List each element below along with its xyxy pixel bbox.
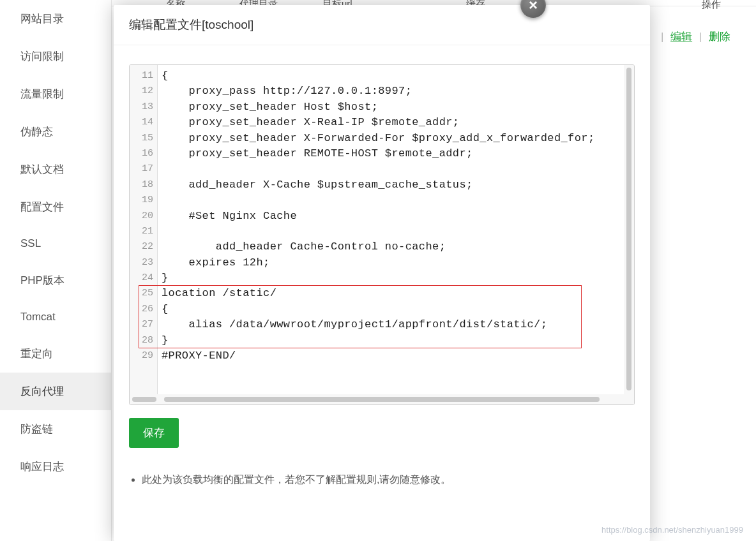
hscroll-thumb-gutter[interactable] [132,397,156,402]
code-area[interactable]: { proxy_pass http://127.0.0.1:8997; prox… [158,65,634,404]
code-editor[interactable]: 11121314151617181920212223242526272829 {… [129,64,635,405]
sidebar-item-12[interactable]: 响应日志 [0,448,111,485]
vscroll-thumb[interactable] [626,68,631,390]
code-line[interactable] [162,161,634,177]
code-line[interactable]: { [162,302,634,317]
line-number: 27 [130,317,157,332]
delete-link[interactable]: 删除 [709,31,730,43]
sidebar-item-7[interactable]: PHP版本 [0,262,111,299]
code-line[interactable]: proxy_set_header Host $host; [162,100,634,115]
sidebar-item-3[interactable]: 伪静态 [0,113,111,151]
code-line[interactable]: proxy_set_header X-Forwarded-For $proxy_… [162,131,634,146]
code-line[interactable]: add_header Cache-Control no-cache; [162,239,634,255]
vscroll[interactable] [624,65,634,404]
sidebar-item-2[interactable]: 流量限制 [0,75,111,113]
line-number: 22 [130,239,157,255]
close-icon: × [529,0,538,14]
line-number: 26 [130,302,157,317]
hscroll[interactable] [130,394,634,404]
sidebar-item-8[interactable]: Tomcat [0,299,111,335]
line-number: 16 [130,146,157,161]
code-line[interactable]: { [162,68,634,84]
sidebar-item-0[interactable]: 网站目录 [0,0,111,38]
line-number: 11 [130,68,157,84]
line-gutter: 11121314151617181920212223242526272829 [130,65,158,404]
line-number: 24 [130,270,157,286]
sidebar-item-4[interactable]: 默认文档 [0,151,111,188]
code-line[interactable] [162,224,634,239]
sidebar-item-9[interactable]: 重定向 [0,335,111,373]
line-number: 19 [130,193,157,208]
code-line[interactable]: #Set Nginx Cache [162,209,634,224]
code-line[interactable]: proxy_pass http://127.0.0.1:8997; [162,84,634,99]
line-number: 14 [130,115,157,130]
line-number: 13 [130,100,157,115]
code-line[interactable]: } [162,333,634,348]
sidebar-item-6[interactable]: SSL [0,226,111,262]
sidebar-item-11[interactable]: 防盗链 [0,410,111,448]
edit-config-modal: 编辑配置文件[toschool] 11121314151617181920212… [114,5,650,541]
sidebar: 网站目录访问限制流量限制伪静态默认文档配置文件SSLPHP版本Tomcat重定向… [0,0,112,541]
action-sep1: | [661,31,663,43]
code-line[interactable]: #PROXY-END/ [162,348,634,364]
code-line[interactable]: add_header X-Cache $upstream_cache_statu… [162,177,634,193]
line-number: 21 [130,224,157,239]
col-op: 操作 [702,0,721,11]
code-line[interactable]: proxy_set_header X-Real-IP $remote_addr; [162,115,634,130]
line-number: 29 [130,348,157,364]
line-number: 28 [130,333,157,348]
line-number: 20 [130,209,157,224]
line-number: 15 [130,131,157,146]
line-number: 12 [130,84,157,99]
row-actions: | 编辑 | 删除 [657,29,730,44]
edit-link[interactable]: 编辑 [670,31,692,43]
save-button[interactable]: 保存 [129,418,179,448]
code-line[interactable]: expires 12h; [162,255,634,270]
sidebar-item-1[interactable]: 访问限制 [0,38,111,75]
line-number: 17 [130,161,157,177]
hscroll-thumb-code[interactable] [164,397,600,402]
code-line[interactable] [162,193,634,208]
code-line[interactable]: } [162,270,634,286]
modal-title: 编辑配置文件[toschool] [114,5,650,45]
sidebar-item-5[interactable]: 配置文件 [0,188,111,226]
code-line[interactable]: location /static/ [162,286,634,301]
line-number: 23 [130,255,157,270]
line-number: 18 [130,177,157,193]
code-line[interactable]: alias /data/wwwroot/myproject1/appfront/… [162,317,634,332]
action-sep2: | [699,31,702,43]
line-number: 25 [130,286,157,301]
watermark: https://blog.csdn.net/shenzhiyuan1999 [601,525,743,535]
code-line[interactable]: proxy_set_header REMOTE-HOST $remote_add… [162,146,634,161]
sidebar-item-10[interactable]: 反向代理 [0,373,111,410]
config-note: 此处为该负载均衡的配置文件，若您不了解配置规则,请勿随意修改。 [142,473,635,487]
